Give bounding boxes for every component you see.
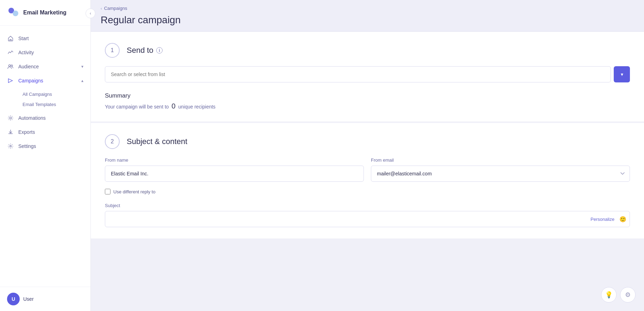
subject-content-header: 2 Subject & content bbox=[105, 134, 630, 149]
main-body: 1 Send to ℹ ▾ Summary Your campaign will… bbox=[91, 32, 644, 311]
sidebar-item-audience-label: Audience bbox=[18, 64, 77, 69]
subject-content-title: Subject & content bbox=[127, 137, 187, 146]
recipient-dropdown-button[interactable]: ▾ bbox=[614, 66, 630, 82]
svg-point-2 bbox=[9, 65, 11, 67]
user-name: User bbox=[23, 296, 34, 302]
sidebar-item-start[interactable]: Start bbox=[0, 31, 90, 45]
from-name-label: From name bbox=[105, 157, 364, 163]
sidebar-item-campaigns[interactable]: Campaigns ▴ bbox=[0, 74, 90, 88]
from-email-select[interactable]: mailer@elasticemail.com bbox=[371, 166, 630, 182]
sidebar-item-all-campaigns[interactable]: All Campaigns bbox=[18, 89, 90, 99]
send-to-info-icon[interactable]: ℹ bbox=[156, 47, 163, 54]
exports-icon bbox=[7, 129, 14, 136]
home-icon bbox=[7, 35, 14, 42]
reply-to-row: Use different reply to bbox=[105, 189, 630, 194]
bottom-settings-button[interactable]: ⚙ bbox=[620, 287, 636, 303]
svg-point-1 bbox=[13, 11, 18, 16]
send-to-header: 1 Send to ℹ bbox=[105, 43, 630, 58]
from-email-label: From email bbox=[371, 157, 630, 163]
bottom-right-buttons: 💡 ⚙ bbox=[601, 287, 636, 303]
sidebar-collapse-button[interactable]: ‹ bbox=[86, 8, 95, 18]
recipient-search-row: ▾ bbox=[105, 66, 630, 82]
sidebar-item-settings[interactable]: Settings bbox=[0, 139, 90, 153]
use-different-reply-checkbox[interactable] bbox=[105, 189, 111, 194]
campaigns-chevron-icon: ▴ bbox=[81, 78, 83, 83]
summary-text: Your campaign will be sent to 0 unique r… bbox=[105, 102, 630, 110]
emoji-icon: 🙂 bbox=[619, 216, 626, 222]
avatar: U bbox=[7, 293, 20, 305]
sidebar-item-exports-label: Exports bbox=[18, 129, 83, 135]
subject-content-section: 2 Subject & content From name From email… bbox=[91, 123, 644, 238]
breadcrumb-chevron-icon: ‹ bbox=[101, 6, 102, 11]
from-name-input[interactable] bbox=[105, 166, 364, 182]
step-1-circle: 1 bbox=[105, 43, 120, 58]
sidebar-item-campaigns-label: Campaigns bbox=[18, 78, 77, 83]
app-logo-icon bbox=[7, 6, 20, 19]
breadcrumb-campaigns-link[interactable]: Campaigns bbox=[104, 6, 127, 11]
svg-point-5 bbox=[10, 145, 12, 147]
sidebar: Email Marketing ‹ Start Activity Audienc… bbox=[0, 0, 91, 311]
svg-point-3 bbox=[11, 65, 12, 67]
sidebar-item-email-templates[interactable]: Email Templates bbox=[18, 99, 90, 110]
campaigns-icon bbox=[7, 77, 14, 84]
sidebar-item-activity[interactable]: Activity bbox=[0, 45, 90, 60]
breadcrumb: ‹ Campaigns bbox=[101, 6, 633, 11]
use-different-reply-label[interactable]: Use different reply to bbox=[113, 189, 156, 194]
from-email-group: From email mailer@elasticemail.com bbox=[371, 157, 630, 182]
personalize-button[interactable]: Personalize bbox=[591, 217, 614, 222]
from-name-group: From name bbox=[105, 157, 364, 182]
emoji-button[interactable]: 🙂 bbox=[619, 216, 626, 223]
lightbulb-button[interactable]: 💡 bbox=[601, 287, 617, 303]
app-name: Email Marketing bbox=[23, 10, 67, 16]
automations-icon bbox=[7, 114, 14, 122]
main-header: ‹ Campaigns Regular campaign bbox=[91, 0, 644, 32]
sidebar-item-start-label: Start bbox=[18, 36, 83, 41]
sidebar-logo: Email Marketing bbox=[0, 0, 90, 26]
dropdown-chevron-icon: ▾ bbox=[621, 71, 623, 77]
subject-input-wrap: Personalize 🙂 bbox=[105, 211, 630, 227]
subject-label: Subject bbox=[105, 203, 630, 208]
send-to-section: 1 Send to ℹ ▾ Summary Your campaign will… bbox=[91, 32, 644, 122]
lightbulb-icon: 💡 bbox=[605, 291, 613, 299]
page-title: Regular campaign bbox=[101, 14, 633, 26]
from-row: From name From email mailer@elasticemail… bbox=[105, 157, 630, 182]
recipient-search-input[interactable] bbox=[105, 66, 611, 82]
subject-input[interactable] bbox=[105, 211, 630, 227]
sidebar-user[interactable]: U User bbox=[0, 287, 90, 311]
svg-point-4 bbox=[10, 117, 11, 119]
audience-icon bbox=[7, 63, 14, 70]
settings-icon bbox=[7, 143, 14, 150]
sidebar-nav: Start Activity Audience ▾ Campaigns ▴ bbox=[0, 26, 90, 287]
gear-icon: ⚙ bbox=[625, 291, 631, 299]
campaigns-submenu: All Campaigns Email Templates bbox=[0, 88, 90, 111]
sidebar-item-automations-label: Automations bbox=[18, 115, 83, 121]
sidebar-item-exports[interactable]: Exports bbox=[0, 125, 90, 139]
sidebar-item-settings-label: Settings bbox=[18, 143, 83, 149]
step-2-circle: 2 bbox=[105, 134, 120, 149]
activity-icon bbox=[7, 49, 14, 56]
sidebar-item-audience[interactable]: Audience ▾ bbox=[0, 60, 90, 74]
send-to-title: Send to ℹ bbox=[127, 46, 163, 55]
subject-group: Subject Personalize 🙂 bbox=[105, 203, 630, 227]
sidebar-item-activity-label: Activity bbox=[18, 50, 83, 55]
summary-title: Summary bbox=[105, 92, 630, 99]
main-content: ‹ Campaigns Regular campaign 1 Send to ℹ… bbox=[91, 0, 644, 311]
summary-block: Summary Your campaign will be sent to 0 … bbox=[105, 92, 630, 110]
audience-chevron-icon: ▾ bbox=[81, 64, 83, 69]
recipient-count: 0 bbox=[171, 102, 175, 110]
sidebar-item-automations[interactable]: Automations bbox=[0, 111, 90, 125]
